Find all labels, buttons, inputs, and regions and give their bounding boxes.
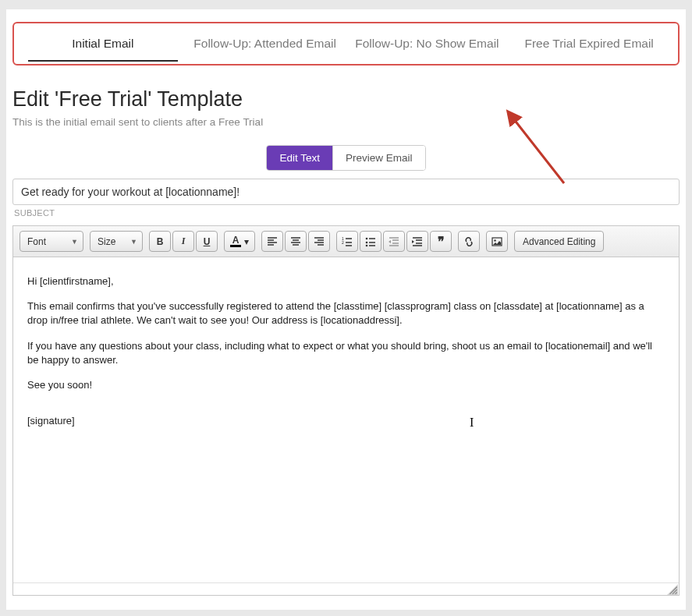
email-body-paragraph: Hi [clientfirstname], (27, 274, 665, 289)
unordered-list-button[interactable] (360, 231, 381, 252)
email-body-paragraph: See you soon! (27, 378, 665, 392)
toolbar-group-link (458, 231, 480, 252)
chevron-down-icon: ▼ (130, 238, 137, 246)
ordered-list-button[interactable]: 12 (336, 231, 358, 252)
bold-button[interactable]: B (149, 231, 171, 252)
outdent-button[interactable] (383, 231, 405, 252)
subject-section: SUBJECT (12, 179, 680, 218)
chevron-down-icon: ▼ (71, 238, 78, 246)
svg-point-3 (366, 241, 368, 243)
chevron-down-icon: ▾ (244, 236, 249, 247)
unordered-list-icon (365, 236, 376, 247)
underline-button[interactable]: U (196, 231, 218, 252)
svg-point-6 (494, 239, 495, 241)
tab-free-trial-expired[interactable]: Free Trial Expired Email (508, 26, 670, 62)
align-center-button[interactable] (285, 231, 307, 252)
align-right-icon (314, 236, 325, 247)
toolbar-group-align (261, 231, 330, 252)
bold-icon: B (157, 236, 164, 247)
editor-content[interactable]: Hi [clientfirstname], This email confirm… (13, 257, 679, 582)
blockquote-button[interactable]: ❞ (430, 231, 452, 252)
resize-icon (667, 584, 678, 595)
subject-input[interactable] (12, 179, 680, 205)
italic-button[interactable]: I (172, 231, 194, 252)
italic-icon: I (182, 235, 186, 247)
editor-resizer (13, 582, 679, 595)
subject-label: SUBJECT (14, 208, 680, 218)
edit-text-button[interactable]: Edit Text (267, 146, 332, 170)
text-color-button[interactable]: A ▾ (224, 231, 255, 252)
link-button[interactable] (458, 231, 480, 252)
tabs-wrapper: Initial Email Follow-Up: Attended Email … (12, 9, 680, 73)
rich-text-editor: Font ▼ Size ▼ B I U A ▾ (12, 225, 680, 596)
page-heading: Edit 'Free Trial' Template This is the i… (12, 87, 680, 128)
font-select-label: Font (27, 236, 46, 247)
toolbar-group-lists: 12 ❞ (336, 231, 452, 252)
tabs-row: Initial Email Follow-Up: Attended Email … (12, 22, 680, 65)
size-select-label: Size (98, 236, 115, 247)
svg-point-2 (366, 237, 368, 239)
toolbar-group-image (486, 231, 508, 252)
toolbar: Font ▼ Size ▼ B I U A ▾ (13, 226, 679, 257)
align-center-icon (290, 236, 301, 247)
quote-icon: ❞ (438, 235, 445, 248)
image-icon (491, 236, 502, 247)
email-body-paragraph: If you have any questions about your cla… (27, 339, 665, 367)
text-color-icon: A (230, 235, 241, 247)
toolbar-group-size: Size ▼ (90, 231, 143, 252)
toolbar-group-color: A ▾ (224, 231, 255, 252)
toolbar-group-format: B I U (149, 231, 218, 252)
toolbar-group-advanced: Advanced Editing (514, 231, 604, 252)
resize-handle[interactable] (667, 584, 678, 595)
toolbar-group-font: Font ▼ (20, 231, 83, 252)
align-right-button[interactable] (308, 231, 330, 252)
image-button[interactable] (486, 231, 508, 252)
svg-text:2: 2 (342, 240, 344, 245)
main-panel: Initial Email Follow-Up: Attended Email … (6, 9, 686, 610)
link-icon (463, 236, 474, 247)
email-body-paragraph: [signature] (27, 414, 665, 428)
font-select[interactable]: Font ▼ (20, 231, 83, 252)
email-body-paragraph: This email confirms that you've successf… (27, 299, 665, 327)
advanced-editing-button[interactable]: Advanced Editing (514, 231, 604, 252)
ordered-list-icon: 12 (342, 236, 353, 247)
view-toggle-row: Edit Text Preview Email (6, 145, 686, 171)
align-left-button[interactable] (261, 231, 283, 252)
page-title: Edit 'Free Trial' Template (12, 87, 680, 112)
preview-email-button[interactable]: Preview Email (332, 146, 425, 170)
tab-followup-attended[interactable]: Follow-Up: Attended Email (184, 26, 346, 62)
indent-icon (412, 236, 423, 247)
indent-button[interactable] (406, 231, 428, 252)
tab-initial-email[interactable]: Initial Email (22, 26, 184, 62)
view-toggle-group: Edit Text Preview Email (266, 145, 425, 171)
tab-followup-noshow[interactable]: Follow-Up: No Show Email (346, 26, 509, 62)
align-left-icon (267, 236, 278, 247)
page-subtitle: This is the initial email sent to client… (12, 116, 680, 128)
underline-icon: U (204, 236, 211, 247)
svg-point-4 (366, 244, 368, 246)
size-select[interactable]: Size ▼ (90, 231, 143, 252)
outdent-icon (389, 236, 399, 247)
